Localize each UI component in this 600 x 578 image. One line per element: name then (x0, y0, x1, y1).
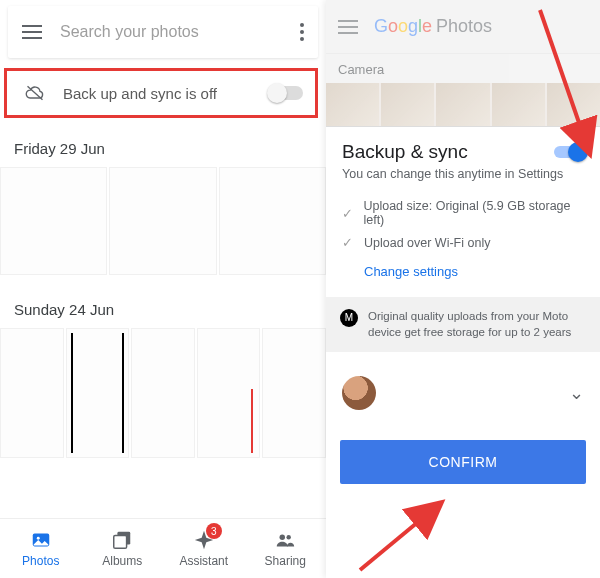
backup-toggle-on[interactable] (554, 146, 584, 158)
search-input[interactable]: Search your photos (60, 23, 300, 41)
upload-size-row: ✓ Upload size: Original (5.9 GB storage … (326, 195, 600, 231)
photo-thumbnail[interactable] (219, 167, 326, 275)
photo-row (0, 167, 326, 295)
nav-label: Assistant (179, 554, 228, 568)
cloud-off-icon (21, 83, 49, 103)
chevron-down-icon: ⌄ (569, 382, 584, 404)
svg-point-5 (280, 535, 286, 541)
svg-point-2 (37, 537, 40, 540)
albums-icon (111, 529, 133, 551)
sheet-subtitle: You can change this anytime in Settings (326, 167, 600, 195)
nav-assistant[interactable]: 3 Assistant (163, 519, 245, 578)
upload-wifi-row: ✓ Upload over Wi-Fi only (326, 231, 600, 254)
notification-badge: 3 (206, 523, 222, 539)
backup-banner-text: Back up and sync is off (63, 85, 269, 102)
avatar (342, 376, 376, 410)
account-selector[interactable]: ⌄ (326, 352, 600, 440)
photo-row (0, 328, 326, 458)
moto-icon: M (340, 309, 358, 327)
check-icon: ✓ (342, 206, 353, 221)
bottom-nav: Photos Albums 3 Assistant Sharing (0, 518, 326, 578)
upload-wifi-text: Upload over Wi-Fi only (364, 236, 490, 250)
sharing-icon (274, 529, 296, 551)
photo-thumbnail[interactable] (0, 167, 107, 275)
photo-thumbnail[interactable] (109, 167, 216, 275)
change-settings-link[interactable]: Change settings (326, 254, 600, 297)
sheet-title: Backup & sync (342, 141, 554, 163)
svg-point-6 (287, 535, 291, 539)
promo-text: Original quality uploads from your Moto … (368, 309, 586, 340)
google-photos-logo: GooglePhotos (374, 16, 492, 37)
nav-sharing[interactable]: Sharing (245, 519, 327, 578)
date-header: Sunday 24 Jun (0, 295, 326, 328)
upload-size-text: Upload size: Original (5.9 GB storage le… (363, 199, 584, 227)
hamburger-icon[interactable] (338, 20, 358, 34)
svg-rect-4 (114, 535, 127, 548)
more-menu-icon[interactable] (300, 23, 304, 41)
folder-label: Camera (326, 54, 600, 83)
hamburger-icon[interactable] (22, 25, 42, 39)
photos-main-screen: Search your photos Back up and sync is o… (0, 0, 326, 578)
search-bar[interactable]: Search your photos (8, 6, 318, 58)
confirm-button[interactable]: CONFIRM (340, 440, 586, 484)
backup-banner[interactable]: Back up and sync is off (4, 68, 318, 118)
nav-label: Photos (22, 554, 59, 568)
backup-sync-sheet: Backup & sync You can change this anytim… (326, 126, 600, 578)
photo-thumbnail[interactable] (66, 328, 130, 458)
nav-photos[interactable]: Photos (0, 519, 82, 578)
nav-label: Sharing (265, 554, 306, 568)
photo-thumbnail[interactable] (131, 328, 195, 458)
photo-thumbnail[interactable] (197, 328, 261, 458)
photo-thumbnail[interactable] (0, 328, 64, 458)
backup-dialog-screen: GooglePhotos Camera Backup & sync You ca… (326, 0, 600, 578)
photo-thumbnail[interactable] (262, 328, 326, 458)
date-header: Friday 29 Jun (0, 134, 326, 167)
check-icon: ✓ (342, 235, 354, 250)
backup-toggle-off[interactable] (269, 86, 303, 100)
nav-label: Albums (102, 554, 142, 568)
nav-albums[interactable]: Albums (82, 519, 164, 578)
app-header: GooglePhotos (326, 0, 600, 54)
promo-box: M Original quality uploads from your Mot… (326, 297, 600, 352)
photos-icon (30, 529, 52, 551)
